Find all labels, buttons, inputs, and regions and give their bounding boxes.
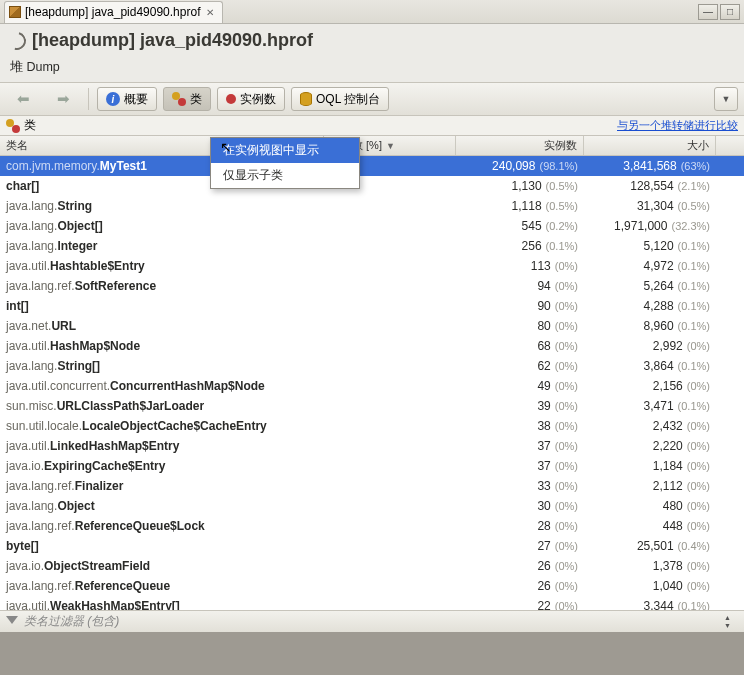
classes-icon — [172, 92, 186, 106]
cell-size: 1,378(0%) — [584, 559, 716, 573]
cell-count: 37(0%) — [456, 439, 584, 453]
editor-tabbar: [heapdump] java_pid49090.hprof ✕ — □ — [0, 0, 744, 24]
cell-classname: java.lang.String[] — [0, 359, 324, 373]
separator — [88, 88, 89, 110]
cell-count: 38(0%) — [456, 419, 584, 433]
cell-count: 240,098(98.1%) — [456, 159, 584, 173]
heapdump-icon — [9, 6, 21, 18]
close-icon[interactable]: ✕ — [204, 6, 216, 18]
col-count[interactable]: 实例数 — [456, 136, 584, 155]
cell-count: 49(0%) — [456, 379, 584, 393]
oql-label: OQL 控制台 — [316, 91, 380, 108]
database-icon — [300, 92, 312, 106]
cell-classname: java.lang.ref.ReferenceQueue — [0, 579, 324, 593]
toolbar-menu-button[interactable]: ▼ — [714, 87, 738, 111]
table-row[interactable]: int[]90(0%)4,288(0.1%) — [0, 296, 744, 316]
table-row[interactable]: java.lang.Object[]545(0.2%)1,971,000(32.… — [0, 216, 744, 236]
cell-classname: java.lang.ref.SoftReference — [0, 279, 324, 293]
class-table: 类名 实例数 [%]▼ 实例数 大小 在实例视图中显示 仅显示子类 ↖ com.… — [0, 136, 744, 632]
chevron-down-icon: ▼ — [722, 94, 731, 104]
cell-classname: java.io.ObjectStreamField — [0, 559, 324, 573]
cell-count: 1,130(0.5%) — [456, 179, 584, 193]
table-row[interactable]: java.lang.ref.Finalizer33(0%)2,112(0%) — [0, 476, 744, 496]
table-row[interactable]: byte[]27(0%)25,501(0.4%) — [0, 536, 744, 556]
cell-count: 68(0%) — [456, 339, 584, 353]
overview-button[interactable]: i 概要 — [97, 87, 157, 111]
cell-count: 90(0%) — [456, 299, 584, 313]
cell-count: 27(0%) — [456, 539, 584, 553]
arrow-right-icon: ➡ — [55, 91, 71, 107]
window-max-button[interactable]: □ — [720, 4, 740, 20]
table-row[interactable]: sun.util.locale.LocaleObjectCache$CacheE… — [0, 416, 744, 436]
class-filter-input[interactable]: 类名过滤器 (包含) — [24, 613, 718, 630]
instances-label: 实例数 — [240, 91, 276, 108]
table-row[interactable]: java.net.URL80(0%)8,960(0.1%) — [0, 316, 744, 336]
table-row[interactable]: java.io.ObjectStreamField26(0%)1,378(0%) — [0, 556, 744, 576]
table-row[interactable]: java.lang.ref.ReferenceQueue$Lock28(0%)4… — [0, 516, 744, 536]
cell-size: 5,264(0.1%) — [584, 279, 716, 293]
cell-classname: java.lang.String — [0, 199, 324, 213]
cell-classname: int[] — [0, 299, 324, 313]
table-row[interactable]: java.lang.ref.ReferenceQueue26(0%)1,040(… — [0, 576, 744, 596]
table-row[interactable]: java.util.LinkedHashMap$Entry37(0%)2,220… — [0, 436, 744, 456]
classes-button[interactable]: 类 — [163, 87, 211, 111]
page-title: [heapdump] java_pid49090.hprof — [32, 30, 313, 51]
section-header: 类 与另一个堆转储进行比较 — [0, 116, 744, 136]
cell-size: 25,501(0.4%) — [584, 539, 716, 553]
table-row[interactable]: java.lang.ref.SoftReference94(0%)5,264(0… — [0, 276, 744, 296]
cell-classname: java.lang.Integer — [0, 239, 324, 253]
instance-icon — [226, 94, 236, 104]
cell-count: 80(0%) — [456, 319, 584, 333]
table-row[interactable]: java.io.ExpiringCache$Entry37(0%)1,184(0… — [0, 456, 744, 476]
cell-classname: java.lang.Object — [0, 499, 324, 513]
forward-button[interactable]: ➡ — [46, 87, 80, 111]
cell-count: 62(0%) — [456, 359, 584, 373]
cell-size: 2,992(0%) — [584, 339, 716, 353]
ctx-show-in-instances[interactable]: 在实例视图中显示 — [211, 156, 359, 163]
page-subtitle: 堆 Dump — [0, 57, 744, 82]
cell-size: 1,040(0%) — [584, 579, 716, 593]
cell-classname: java.util.Hashtable$Entry — [0, 259, 324, 273]
cell-count: 30(0%) — [456, 499, 584, 513]
cell-count: 1,118(0.5%) — [456, 199, 584, 213]
ctx-show-subclasses[interactable]: 仅显示子类 — [211, 163, 359, 188]
arrow-left-icon: ⬅ — [15, 91, 31, 107]
table-body[interactable]: 在实例视图中显示 仅显示子类 ↖ com.jvm.memory.MyTest12… — [0, 156, 744, 632]
table-row[interactable]: java.lang.Object30(0%)480(0%) — [0, 496, 744, 516]
table-row[interactable]: sun.misc.URLClassPath$JarLoader39(0%)3,4… — [0, 396, 744, 416]
cell-size: 8,960(0.1%) — [584, 319, 716, 333]
cell-size: 3,841,568(63%) — [584, 159, 716, 173]
table-row[interactable]: java.lang.Integer256(0.1%)5,120(0.1%) — [0, 236, 744, 256]
editor-tab[interactable]: [heapdump] java_pid49090.hprof ✕ — [4, 1, 223, 23]
back-button[interactable]: ⬅ — [6, 87, 40, 111]
classes-icon — [6, 119, 20, 133]
table-row[interactable]: com.jvm.memory.MyTest1240,098(98.1%)3,84… — [0, 156, 744, 176]
oql-button[interactable]: OQL 控制台 — [291, 87, 389, 111]
instances-button[interactable]: 实例数 — [217, 87, 285, 111]
cell-size: 1,184(0%) — [584, 459, 716, 473]
cell-count: 113(0%) — [456, 259, 584, 273]
filter-spinner[interactable]: ▲ ▼ — [724, 614, 738, 629]
table-row[interactable]: java.util.Hashtable$Entry113(0%)4,972(0.… — [0, 256, 744, 276]
table-row[interactable]: char[]1,130(0.5%)128,554(2.1%) — [0, 176, 744, 196]
cell-size: 480(0%) — [584, 499, 716, 513]
table-row[interactable]: java.lang.String[]62(0%)3,864(0.1%) — [0, 356, 744, 376]
cell-classname: java.util.LinkedHashMap$Entry — [0, 439, 324, 453]
table-row[interactable]: java.lang.String1,118(0.5%)31,304(0.5%) — [0, 196, 744, 216]
chevron-down-icon: ▼ — [724, 622, 738, 629]
table-row[interactable]: java.util.concurrent.ConcurrentHashMap$N… — [0, 376, 744, 396]
cell-size: 5,120(0.1%) — [584, 239, 716, 253]
cell-classname: java.io.ExpiringCache$Entry — [0, 459, 324, 473]
cell-count: 33(0%) — [456, 479, 584, 493]
cell-classname: java.lang.ref.ReferenceQueue$Lock — [0, 519, 324, 533]
cell-classname: sun.misc.URLClassPath$JarLoader — [0, 399, 324, 413]
cell-count: 37(0%) — [456, 459, 584, 473]
table-row[interactable]: java.util.HashMap$Node68(0%)2,992(0%) — [0, 336, 744, 356]
compare-link[interactable]: 与另一个堆转储进行比较 — [617, 118, 738, 133]
chevron-up-icon: ▲ — [724, 614, 738, 621]
table-header: 类名 实例数 [%]▼ 实例数 大小 — [0, 136, 744, 156]
window-min-button[interactable]: — — [698, 4, 718, 20]
cell-size: 2,156(0%) — [584, 379, 716, 393]
cell-count: 39(0%) — [456, 399, 584, 413]
col-size[interactable]: 大小 — [584, 136, 716, 155]
